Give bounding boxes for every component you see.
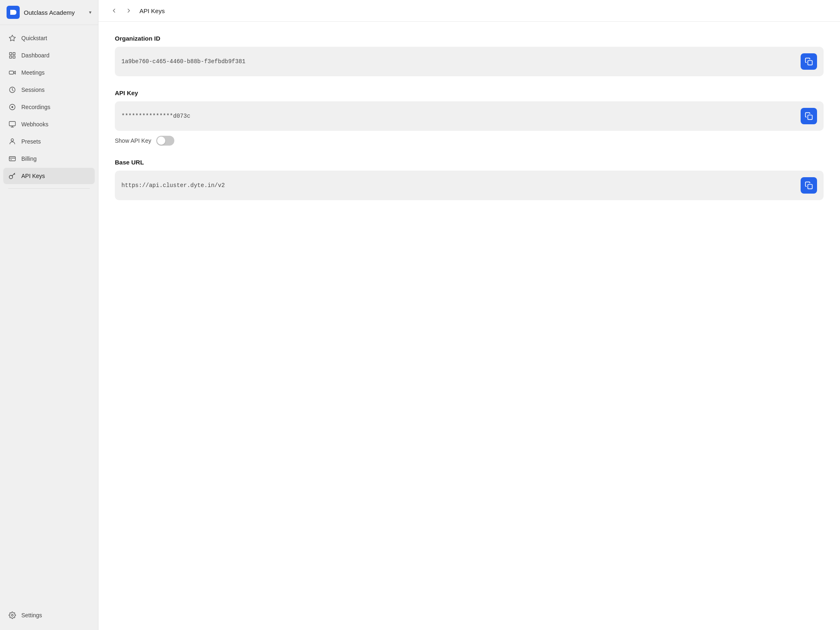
base-url-copy-button[interactable] — [801, 177, 817, 194]
sidebar-item-dashboard[interactable]: Dashboard — [3, 47, 95, 64]
org-id-section: Organization ID 1a9be760-c465-4460-b88b-… — [115, 35, 824, 76]
monitor-icon — [8, 120, 16, 128]
sidebar-item-webhooks[interactable]: Webhooks — [3, 116, 95, 132]
svg-point-10 — [11, 106, 14, 108]
base-url-field-row: https://api.cluster.dyte.in/v2 — [115, 171, 824, 200]
svg-rect-4 — [13, 56, 15, 58]
sidebar: Outclass Academy ▾ Quickstart Dashboard — [0, 0, 98, 630]
page-title: API Keys — [139, 7, 165, 14]
sidebar-item-presets-label: Presets — [21, 138, 41, 145]
svg-rect-3 — [13, 52, 15, 55]
record-icon — [8, 103, 16, 111]
billing-icon — [8, 155, 16, 163]
sidebar-item-quickstart-label: Quickstart — [21, 35, 47, 41]
api-key-field-row: ***************d073c — [115, 101, 824, 131]
copy-icon — [805, 57, 813, 66]
sidebar-item-recordings-label: Recordings — [21, 104, 50, 110]
sidebar-item-sessions-label: Sessions — [21, 87, 45, 93]
svg-line-20 — [14, 174, 15, 175]
svg-rect-11 — [9, 121, 16, 126]
svg-rect-2 — [9, 52, 11, 55]
svg-rect-24 — [808, 185, 813, 189]
org-id-field-row: 1a9be760-c465-4460-b88b-f3efbdb9f381 — [115, 47, 824, 76]
clock-icon — [8, 86, 16, 94]
svg-point-14 — [11, 139, 14, 141]
app-logo — [7, 6, 20, 19]
sidebar-item-meetings-label: Meetings — [21, 69, 45, 76]
sidebar-item-presets[interactable]: Presets — [3, 133, 95, 150]
main-content: API Keys Organization ID 1a9be760-c465-4… — [98, 0, 840, 630]
sidebar-item-meetings[interactable]: Meetings — [3, 64, 95, 81]
svg-rect-5 — [9, 56, 11, 58]
api-key-copy-button[interactable] — [801, 108, 817, 124]
sidebar-nav: Quickstart Dashboard Meetings — [0, 25, 98, 604]
chevron-down-icon: ▾ — [89, 9, 91, 15]
sidebar-item-api-keys[interactable]: API Keys — [3, 168, 95, 184]
sidebar-item-webhooks-label: Webhooks — [21, 121, 48, 128]
sidebar-item-sessions[interactable]: Sessions — [3, 82, 95, 98]
sidebar-item-recordings[interactable]: Recordings — [3, 99, 95, 115]
sidebar-item-billing-label: Billing — [21, 155, 37, 162]
api-key-label: API Key — [115, 89, 824, 96]
gear-icon — [8, 611, 16, 619]
show-api-key-toggle[interactable] — [156, 136, 174, 146]
forward-button[interactable] — [123, 5, 135, 16]
back-button[interactable] — [108, 5, 120, 16]
svg-marker-7 — [14, 71, 16, 74]
org-id-label: Organization ID — [115, 35, 824, 42]
sidebar-divider — [8, 188, 90, 189]
svg-rect-6 — [9, 71, 14, 74]
page-content: Organization ID 1a9be760-c465-4460-b88b-… — [98, 22, 840, 630]
sidebar-item-dashboard-label: Dashboard — [21, 52, 50, 59]
copy-icon-url — [805, 181, 813, 189]
svg-point-21 — [11, 614, 14, 616]
toggle-knob — [157, 137, 165, 145]
topbar: API Keys — [98, 0, 840, 22]
video-icon — [8, 68, 16, 77]
show-api-key-label: Show API Key — [115, 137, 151, 144]
svg-marker-1 — [9, 35, 16, 41]
org-id-value: 1a9be760-c465-4460-b88b-f3efbdb9f381 — [121, 58, 796, 65]
sidebar-item-api-keys-label: API Keys — [21, 173, 45, 179]
key-icon — [8, 172, 16, 180]
org-name-label: Outclass Academy — [24, 9, 85, 16]
api-key-value: ***************d073c — [121, 113, 796, 119]
base-url-section: Base URL https://api.cluster.dyte.in/v2 — [115, 159, 824, 200]
sidebar-item-quickstart[interactable]: Quickstart — [3, 30, 95, 46]
sidebar-item-settings-label: Settings — [21, 612, 42, 619]
svg-rect-22 — [808, 61, 813, 65]
svg-line-19 — [12, 173, 15, 176]
svg-rect-15 — [9, 157, 16, 161]
show-api-key-row: Show API Key — [115, 136, 824, 146]
sidebar-header[interactable]: Outclass Academy ▾ — [0, 0, 98, 25]
person-icon — [8, 137, 16, 146]
svg-rect-23 — [808, 115, 813, 120]
dashboard-icon — [8, 51, 16, 59]
sidebar-bottom: Settings — [0, 604, 98, 630]
base-url-value: https://api.cluster.dyte.in/v2 — [121, 182, 796, 189]
org-id-copy-button[interactable] — [801, 53, 817, 70]
sidebar-item-billing[interactable]: Billing — [3, 151, 95, 167]
svg-rect-17 — [11, 160, 12, 160]
star-icon — [8, 34, 16, 42]
sidebar-item-settings[interactable]: Settings — [3, 607, 95, 623]
base-url-label: Base URL — [115, 159, 824, 166]
copy-icon-api — [805, 112, 813, 120]
api-key-section: API Key ***************d073c Show API Ke… — [115, 89, 824, 146]
